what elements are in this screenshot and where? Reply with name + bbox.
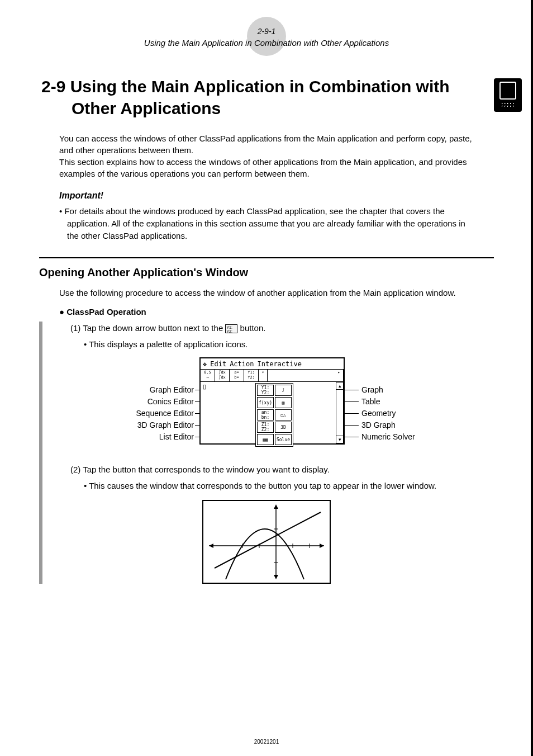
step-2-sub: • This causes the window that correspond… bbox=[84, 480, 474, 493]
label-numeric-solver: Numeric Solver bbox=[361, 432, 415, 441]
classpad-operation-label: ● ClassPad Operation bbox=[59, 307, 494, 316]
palette-table[interactable]: ▦ bbox=[275, 397, 292, 408]
cursor-icon: ▯ bbox=[203, 383, 206, 390]
work-area[interactable]: ▯ Y1: Y2: ⤴ f(xy) ▦ an: bn: ◻△ bbox=[201, 382, 344, 443]
svg-marker-1 bbox=[320, 544, 324, 548]
palette-graph[interactable]: ⤴ bbox=[275, 385, 292, 396]
main-heading: 2-9 Using the Main Application in Combin… bbox=[69, 75, 494, 119]
palette-geometry[interactable]: ◻△ bbox=[275, 409, 292, 420]
menu-interactive[interactable]: Interactive bbox=[258, 360, 302, 368]
palette-numeric-solver[interactable]: Solve bbox=[275, 434, 292, 445]
palette-3d-graph[interactable]: 3D bbox=[275, 422, 292, 433]
graph-window-figure bbox=[202, 500, 331, 584]
toolbar-btn-4[interactable]: Y1:Y2: bbox=[244, 370, 259, 381]
svg-line-6 bbox=[215, 512, 321, 568]
step-2: (2) Tap the button that corresponds to t… bbox=[70, 464, 474, 476]
label-graph: Graph bbox=[361, 385, 383, 394]
page-reference: 2-9-1 bbox=[39, 22, 494, 36]
toolbar-dropdown-arrow[interactable]: ▾ bbox=[259, 370, 268, 381]
palette-conics-editor[interactable]: f(xy) bbox=[257, 397, 274, 408]
important-label: Important! bbox=[59, 191, 474, 201]
palette-window: ❖ Edit Action Interactive 0.5↔ ∫dx∫dx a=… bbox=[199, 357, 345, 445]
settings-icon[interactable]: ❖ bbox=[203, 360, 207, 368]
svg-marker-4 bbox=[274, 504, 278, 509]
step-1: (1) Tap the down arrow button next to th… bbox=[70, 322, 474, 335]
toolbar-expand[interactable]: ▸ bbox=[335, 370, 344, 381]
svg-marker-5 bbox=[274, 575, 278, 579]
toolbar: 0.5↔ ∫dx∫dx a=b= Y1:Y2: ▾ ▸ bbox=[201, 370, 344, 382]
palette-graph-editor[interactable]: Y1: Y2: bbox=[257, 385, 274, 396]
palette-list-editor[interactable]: ▦▦ bbox=[257, 434, 274, 445]
intro-paragraph: You can access the windows of other Clas… bbox=[59, 133, 474, 179]
menu-action[interactable]: Action bbox=[230, 360, 254, 368]
page-header: 2-9-1 Using the Main Application in Comb… bbox=[39, 22, 494, 48]
label-sequence-editor: Sequence Editor bbox=[93, 409, 194, 418]
menu-edit[interactable]: Edit bbox=[210, 360, 226, 368]
section-divider bbox=[39, 257, 494, 258]
scroll-track[interactable] bbox=[336, 390, 344, 436]
important-text: • For details about the windows produced… bbox=[59, 205, 474, 242]
calculator-side-icon bbox=[494, 78, 522, 112]
toolbar-btn-3[interactable]: a=b= bbox=[230, 370, 244, 381]
app-palette: Y1: Y2: ⤴ f(xy) ▦ an: bn: ◻△ Z1: Z2: bbox=[255, 383, 293, 447]
step1-suffix: button. bbox=[240, 323, 266, 333]
app-palette-button-icon: Y1:Y2: bbox=[225, 324, 237, 333]
svg-marker-2 bbox=[209, 544, 213, 548]
label-conics-editor: Conics Editor bbox=[93, 397, 194, 406]
scroll-down-button[interactable]: ▾ bbox=[336, 436, 344, 443]
graph-plot-svg bbox=[203, 501, 330, 583]
menu-bar[interactable]: ❖ Edit Action Interactive bbox=[201, 358, 344, 370]
page-right-border bbox=[531, 0, 533, 756]
palette-sequence-editor[interactable]: an: bn: bbox=[257, 409, 274, 420]
palette-3d-graph-editor[interactable]: Z1: Z2: bbox=[257, 422, 274, 433]
toolbar-btn-1[interactable]: 0.5↔ bbox=[201, 370, 215, 381]
label-graph-editor: Graph Editor bbox=[93, 385, 194, 394]
label-table: Table bbox=[361, 397, 380, 406]
step1-prefix: (1) Tap the down arrow button next to th… bbox=[70, 323, 225, 333]
step-1-sub: • This displays a palette of application… bbox=[84, 338, 474, 351]
operation-side-bar bbox=[39, 322, 42, 584]
section-heading: Opening Another Application's Window bbox=[39, 266, 494, 279]
section-intro: Use the following procedure to access th… bbox=[59, 287, 474, 299]
header-subtitle: Using the Main Application in Combinatio… bbox=[39, 38, 494, 48]
label-3d-graph-editor: 3D Graph Editor bbox=[93, 420, 194, 429]
scroll-up-button[interactable]: ▴ bbox=[336, 382, 344, 390]
palette-figure: Graph Editor Conics Editor Sequence Edit… bbox=[93, 357, 440, 452]
label-geometry: Geometry bbox=[361, 409, 396, 418]
footer-code: 20021201 bbox=[0, 739, 533, 745]
label-list-editor: List Editor bbox=[93, 432, 194, 441]
toolbar-btn-2[interactable]: ∫dx∫dx bbox=[215, 370, 230, 381]
label-3d-graph: 3D Graph bbox=[361, 420, 396, 429]
